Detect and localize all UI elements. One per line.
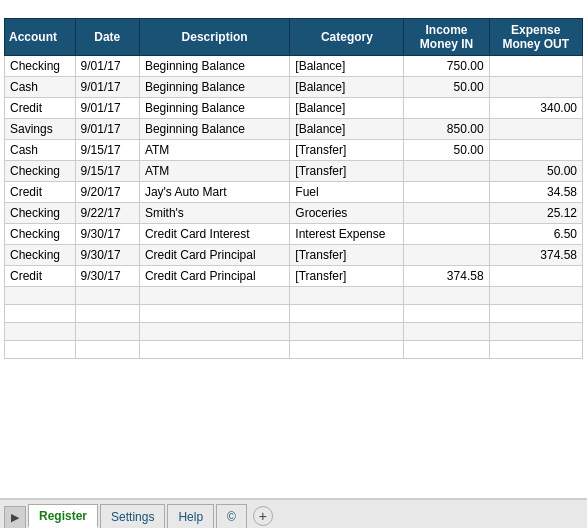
table-cell: Checking <box>5 161 76 182</box>
table-cell: Cash <box>5 77 76 98</box>
table-cell: [Balance] <box>290 119 404 140</box>
col-header-expense: ExpenseMoney OUT <box>489 19 582 56</box>
table-cell: 340.00 <box>489 98 582 119</box>
table-cell-empty <box>5 341 76 359</box>
table-cell-empty <box>5 323 76 341</box>
table-cell: ATM <box>139 140 289 161</box>
table-cell: 25.12 <box>489 203 582 224</box>
table-cell: [Transfer] <box>290 266 404 287</box>
table-cell: Checking <box>5 56 76 77</box>
table-row[interactable]: Credit9/01/17Beginning Balance[Balance]3… <box>5 98 583 119</box>
table-row[interactable]: Checking9/30/17Credit Card InterestInter… <box>5 224 583 245</box>
table-cell: Checking <box>5 224 76 245</box>
table-cell-empty <box>404 341 489 359</box>
table-row-empty <box>5 323 583 341</box>
table-cell-empty <box>5 305 76 323</box>
table-cell <box>489 140 582 161</box>
table-cell-empty <box>75 341 139 359</box>
table-row[interactable]: Checking9/01/17Beginning Balance[Balance… <box>5 56 583 77</box>
col-header-account: Account <box>5 19 76 56</box>
page-title <box>0 0 587 18</box>
table-cell-empty <box>139 287 289 305</box>
table-cell <box>404 182 489 203</box>
table-cell <box>489 266 582 287</box>
table-cell: 50.00 <box>404 140 489 161</box>
table-cell: Checking <box>5 245 76 266</box>
table-cell: 374.58 <box>489 245 582 266</box>
table-cell: [Balance] <box>290 77 404 98</box>
table-cell: Beginning Balance <box>139 119 289 140</box>
table-cell: 9/15/17 <box>75 161 139 182</box>
table-cell-empty <box>139 323 289 341</box>
tab-copyright[interactable]: © <box>216 504 247 528</box>
table-cell: 750.00 <box>404 56 489 77</box>
table-cell-empty <box>404 305 489 323</box>
tab-scroll-left[interactable]: ▶ <box>4 506 26 528</box>
table-body: Checking9/01/17Beginning Balance[Balance… <box>5 56 583 359</box>
table-cell-empty <box>290 305 404 323</box>
table-cell-empty <box>290 341 404 359</box>
table-cell: Credit <box>5 266 76 287</box>
table-cell: 9/30/17 <box>75 266 139 287</box>
table-cell: Credit <box>5 182 76 203</box>
table-cell: Credit <box>5 98 76 119</box>
table-cell: Cash <box>5 140 76 161</box>
table-cell-empty <box>75 305 139 323</box>
table-cell: Beginning Balance <box>139 77 289 98</box>
table-cell: Groceries <box>290 203 404 224</box>
table-cell: 34.58 <box>489 182 582 203</box>
col-header-income: IncomeMoney IN <box>404 19 489 56</box>
table-row-empty <box>5 287 583 305</box>
table-cell: [Transfer] <box>290 140 404 161</box>
table-cell: Credit Card Interest <box>139 224 289 245</box>
table-cell: 9/15/17 <box>75 140 139 161</box>
tab-register[interactable]: Register <box>28 504 98 528</box>
table-cell: Jay's Auto Mart <box>139 182 289 203</box>
table-row[interactable]: Cash9/01/17Beginning Balance[Balance]50.… <box>5 77 583 98</box>
table-cell: [Transfer] <box>290 245 404 266</box>
table-cell-empty <box>404 287 489 305</box>
table-cell-empty <box>290 287 404 305</box>
table-cell: 850.00 <box>404 119 489 140</box>
table-cell: Credit Card Principal <box>139 245 289 266</box>
table-cell: 50.00 <box>489 161 582 182</box>
table-row[interactable]: Credit9/20/17Jay's Auto MartFuel34.58 <box>5 182 583 203</box>
table-cell: Smith's <box>139 203 289 224</box>
table-cell <box>404 245 489 266</box>
tab-help[interactable]: Help <box>167 504 214 528</box>
table-cell-empty <box>75 287 139 305</box>
table-header-row: Account Date Description Category Income… <box>5 19 583 56</box>
table-cell: 9/22/17 <box>75 203 139 224</box>
table-cell: 9/01/17 <box>75 77 139 98</box>
table-cell-empty <box>489 341 582 359</box>
table-cell: Interest Expense <box>290 224 404 245</box>
table-cell: Beginning Balance <box>139 56 289 77</box>
table-cell-empty <box>5 287 76 305</box>
table-cell-empty <box>75 323 139 341</box>
table-row[interactable]: Checking9/30/17Credit Card Principal[Tra… <box>5 245 583 266</box>
table-cell: 9/20/17 <box>75 182 139 203</box>
table-wrapper: Account Date Description Category Income… <box>0 18 587 498</box>
table-cell-empty <box>489 287 582 305</box>
table-cell <box>404 224 489 245</box>
table-cell: [Transfer] <box>290 161 404 182</box>
table-cell: Fuel <box>290 182 404 203</box>
table-row-empty <box>5 341 583 359</box>
table-cell <box>489 56 582 77</box>
table-cell: Beginning Balance <box>139 98 289 119</box>
table-cell: 6.50 <box>489 224 582 245</box>
table-row[interactable]: Credit9/30/17Credit Card Principal[Trans… <box>5 266 583 287</box>
table-cell-empty <box>139 305 289 323</box>
table-row[interactable]: Savings9/01/17Beginning Balance[Balance]… <box>5 119 583 140</box>
table-row[interactable]: Cash9/15/17ATM[Transfer]50.00 <box>5 140 583 161</box>
table-cell: 374.58 <box>404 266 489 287</box>
table-row[interactable]: Checking9/15/17ATM[Transfer]50.00 <box>5 161 583 182</box>
col-header-description: Description <box>139 19 289 56</box>
tab-settings[interactable]: Settings <box>100 504 165 528</box>
table-cell: Savings <box>5 119 76 140</box>
table-row[interactable]: Checking9/22/17Smith'sGroceries25.12 <box>5 203 583 224</box>
table-cell-empty <box>290 323 404 341</box>
tab-add-button[interactable]: + <box>253 506 273 526</box>
tab-bar: ▶ Register Settings Help © + <box>0 498 587 528</box>
table-cell <box>404 161 489 182</box>
